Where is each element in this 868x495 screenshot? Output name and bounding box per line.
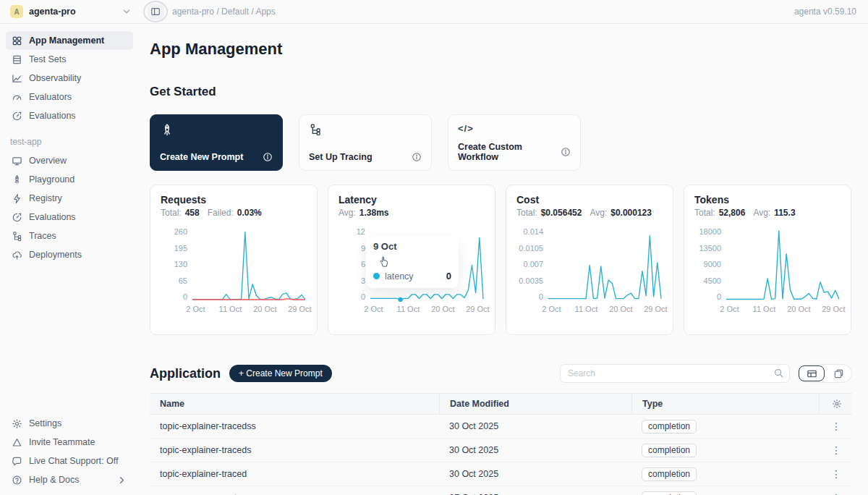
row-menu-button[interactable]: ⋮ — [819, 468, 852, 480]
latency-card: Latency Avg:1.38ms 129630 2 Oct11 Oct20 … — [328, 185, 495, 335]
get-started-heading: Get Started — [150, 85, 852, 99]
series-name: latency — [385, 271, 414, 282]
table-view-icon — [807, 368, 817, 379]
sidebar-item-registry[interactable]: Registry — [6, 189, 133, 208]
chart-tooltip: 9 Oct latency 0 — [366, 236, 459, 288]
tree-icon — [12, 231, 22, 242]
cost-chart[interactable] — [547, 227, 663, 302]
sidebar-item-deployments[interactable]: Deployments — [6, 245, 133, 264]
create-custom-workflow-card[interactable]: </> Create Custom Workflow — [448, 114, 581, 171]
table-icon — [12, 54, 22, 65]
workspace-switcher[interactable]: A agenta-pro — [0, 5, 139, 18]
info-icon[interactable] — [263, 152, 273, 162]
chat-icon — [12, 456, 22, 467]
triangle-icon — [12, 437, 22, 448]
gear-icon — [12, 418, 22, 429]
table-row[interactable]: topic-explainer-tracedss 30 Oct 2025 com… — [150, 415, 852, 439]
gauge-icon — [12, 92, 22, 103]
get-started-cards: Create New Prompt Set Up Tracing </> Cre… — [150, 114, 852, 171]
grid-icon — [12, 35, 22, 46]
row-menu-button[interactable]: ⋮ — [819, 492, 852, 495]
info-icon[interactable] — [412, 152, 422, 162]
sidebar-item-label: Deployments — [29, 250, 82, 260]
table-row[interactable]: topic-explainer-traceds 30 Oct 2025 comp… — [150, 439, 852, 462]
sidebar-item-evaluators[interactable]: Evaluators — [6, 88, 133, 106]
chart-title: Requests — [161, 194, 307, 206]
set-up-tracing-card[interactable]: Set Up Tracing — [299, 114, 432, 171]
sidebar-item-label: Evaluators — [29, 92, 72, 102]
rocket-icon — [12, 174, 22, 185]
bolt-icon — [12, 193, 22, 204]
sidebar-item-label: App Management — [29, 35, 104, 46]
line-chart-icon — [12, 73, 22, 84]
main-content: App Management Get Started Create New Pr… — [139, 24, 868, 495]
sidebar-item-label: Evaluations — [29, 212, 76, 222]
sidebar-toggle-button[interactable] — [148, 4, 164, 20]
x-axis-labels: 2 Oct11 Oct20 Oct29 Oct — [547, 305, 663, 315]
card-view-button[interactable] — [825, 365, 851, 382]
topbar: A agenta-pro agenta-pro / Default / Apps… — [0, 0, 868, 24]
sidebar-item-playground[interactable]: Playground — [6, 170, 133, 189]
column-header-name[interactable]: Name — [150, 394, 439, 414]
sidebar-item-observability[interactable]: Observability — [6, 69, 133, 88]
sidebar-item-overview[interactable]: Overview — [6, 151, 133, 170]
view-toggle — [797, 364, 852, 383]
sidebar-item-traces[interactable]: Traces — [6, 227, 133, 245]
series-dot — [373, 273, 380, 279]
search-input[interactable] — [560, 364, 790, 383]
type-badge: completion — [642, 491, 697, 495]
sidebar-item-invite-teammate[interactable]: Invite Teammate — [6, 433, 133, 452]
sidebar: App Management Test Sets Observability E… — [0, 24, 139, 495]
sidebar-item-label: Invite Teammate — [29, 437, 95, 447]
card-label: Set Up Tracing — [309, 152, 373, 162]
x-axis-labels: 2 Oct11 Oct20 Oct29 Oct — [725, 305, 841, 315]
column-header-date-modified[interactable]: Date Modified — [439, 394, 631, 414]
type-badge: completion — [642, 468, 697, 481]
create-new-prompt-button[interactable]: + Create New Prompt — [229, 365, 332, 382]
create-new-prompt-card[interactable]: Create New Prompt — [150, 114, 283, 171]
sidebar-item-settings[interactable]: Settings — [6, 414, 133, 433]
app-date: 30 Oct 2025 — [439, 421, 631, 431]
app-date: 30 Oct 2025 — [439, 469, 631, 479]
sidebar-item-live-chat-support[interactable]: Live Chat Support: Off — [6, 452, 133, 470]
chevron-right-icon — [116, 475, 127, 486]
sidebar-item-help-docs[interactable]: Help & Docs — [6, 470, 133, 489]
app-name: topic-explainer-traceds — [150, 445, 439, 455]
table-row[interactable]: topic-explainer-traced 30 Oct 2025 compl… — [150, 462, 852, 486]
info-icon[interactable] — [561, 147, 571, 157]
panel-left-icon — [150, 7, 161, 17]
chart-stats: Total:$0.056452 Avg:$0.000123 — [516, 208, 663, 218]
app-name: topic-explainer-traced — [150, 469, 439, 479]
row-menu-button[interactable]: ⋮ — [819, 420, 852, 432]
table-header: Name Date Modified Type — [150, 393, 852, 415]
card-label: Create New Prompt — [160, 152, 243, 162]
requests-chart[interactable] — [191, 227, 307, 302]
chart-title: Latency — [339, 194, 485, 206]
type-badge: completion — [642, 420, 697, 433]
workspace-name: agenta-pro — [29, 7, 116, 17]
table-settings-gear-icon[interactable] — [832, 399, 842, 409]
sidebar-footer: Settings Invite Teammate Live Chat Suppo… — [6, 414, 133, 489]
table-row[interactable]: career-assessment 27 Oct 2025 completion… — [150, 486, 852, 495]
x-axis-labels: 2 Oct11 Oct20 Oct29 Oct — [369, 305, 485, 315]
monitor-icon — [12, 156, 22, 166]
tokens-chart[interactable] — [725, 227, 841, 302]
sidebar-item-label: Traces — [29, 231, 56, 241]
application-heading: Application — [150, 366, 221, 381]
table-view-button[interactable] — [799, 365, 825, 381]
sidebar-item-project-evaluations[interactable]: Evaluations — [6, 208, 133, 227]
sidebar-item-test-sets[interactable]: Test Sets — [6, 50, 133, 69]
x-axis-labels: 2 Oct11 Oct20 Oct29 Oct — [191, 305, 307, 315]
chart-stats: Total:52,806 Avg:115.3 — [694, 208, 841, 218]
sidebar-item-label: Live Chat Support: Off — [29, 456, 118, 466]
y-axis-labels: 129630 — [339, 227, 365, 302]
row-menu-button[interactable]: ⋮ — [819, 444, 852, 456]
sidebar-item-app-management[interactable]: App Management — [6, 31, 133, 50]
column-header-type[interactable]: Type — [631, 394, 819, 414]
click-highlight-ring — [143, 1, 168, 22]
hand-cursor-icon — [378, 255, 391, 268]
y-axis-labels: 260195130650 — [161, 227, 187, 302]
breadcrumb[interactable]: agenta-pro / Default / Apps — [172, 7, 276, 17]
sidebar-item-evaluations[interactable]: Evaluations — [6, 106, 133, 125]
rocket-icon — [160, 123, 174, 138]
